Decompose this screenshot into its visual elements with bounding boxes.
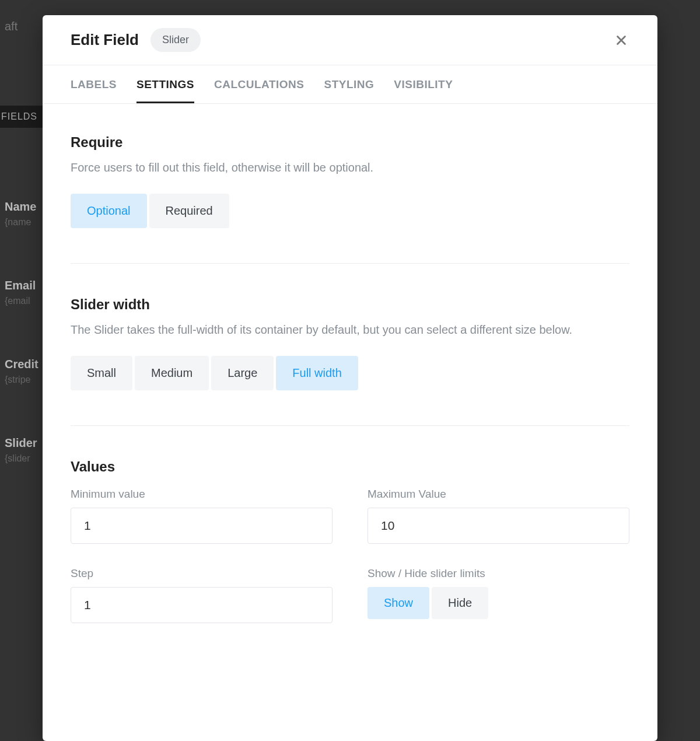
- background-sidebar: aft FIELDS Name {name Email {email Credi…: [0, 0, 47, 741]
- close-button[interactable]: [613, 32, 629, 48]
- tab-visibility[interactable]: VISIBILITY: [394, 65, 453, 103]
- width-toggle: Small Medium Large Full width: [71, 356, 629, 390]
- values-section: Values Minimum value Maximum Value Step …: [71, 425, 629, 623]
- width-desc: The Slider takes the full-width of its c…: [71, 321, 629, 338]
- max-value-label: Maximum Value: [368, 488, 629, 501]
- bg-item: Slider {slider: [0, 428, 47, 472]
- bg-item: Credit {stripe: [0, 349, 47, 393]
- require-title: Require: [71, 134, 629, 151]
- tabs: LABELS SETTINGS CALCULATIONS STYLING VIS…: [43, 65, 657, 104]
- width-section: Slider width The Slider takes the full-w…: [71, 263, 629, 390]
- require-section: Require Force users to fill out this fie…: [71, 134, 629, 228]
- bg-item: Name {name: [0, 192, 47, 236]
- require-required-button[interactable]: Required: [149, 194, 229, 228]
- edit-field-modal: Edit Field Slider LABELS SETTINGS CALCUL…: [43, 15, 657, 741]
- require-toggle: Optional Required: [71, 194, 629, 228]
- limits-label: Show / Hide slider limits: [368, 567, 629, 580]
- values-title: Values: [71, 459, 629, 475]
- modal-content: Require Force users to fill out this fie…: [43, 104, 657, 741]
- close-icon: [615, 34, 628, 47]
- modal-title: Edit Field: [71, 31, 139, 49]
- limits-show-button[interactable]: Show: [368, 587, 429, 619]
- min-value-input[interactable]: [71, 508, 332, 544]
- step-input[interactable]: [71, 587, 332, 623]
- field-type-badge: Slider: [150, 28, 201, 52]
- tab-styling[interactable]: STYLING: [324, 65, 374, 103]
- width-small-button[interactable]: Small: [71, 356, 132, 390]
- bg-item: Email {email: [0, 271, 47, 314]
- tab-labels[interactable]: LABELS: [71, 65, 117, 103]
- require-desc: Force users to fill out this field, othe…: [71, 159, 629, 176]
- min-value-label: Minimum value: [71, 488, 332, 501]
- tab-calculations[interactable]: CALCULATIONS: [214, 65, 304, 103]
- max-value-input[interactable]: [368, 508, 629, 544]
- limits-toggle: Show Hide: [368, 587, 629, 619]
- step-label: Step: [71, 567, 332, 580]
- width-large-button[interactable]: Large: [211, 356, 274, 390]
- width-title: Slider width: [71, 296, 629, 313]
- bg-fields-header: FIELDS: [0, 106, 47, 128]
- modal-header: Edit Field Slider: [43, 15, 657, 65]
- require-optional-button[interactable]: Optional: [71, 194, 147, 228]
- width-medium-button[interactable]: Medium: [135, 356, 209, 390]
- width-full-button[interactable]: Full width: [276, 356, 358, 390]
- bg-text: aft: [0, 12, 47, 41]
- tab-settings[interactable]: SETTINGS: [136, 65, 194, 103]
- limits-hide-button[interactable]: Hide: [432, 587, 488, 619]
